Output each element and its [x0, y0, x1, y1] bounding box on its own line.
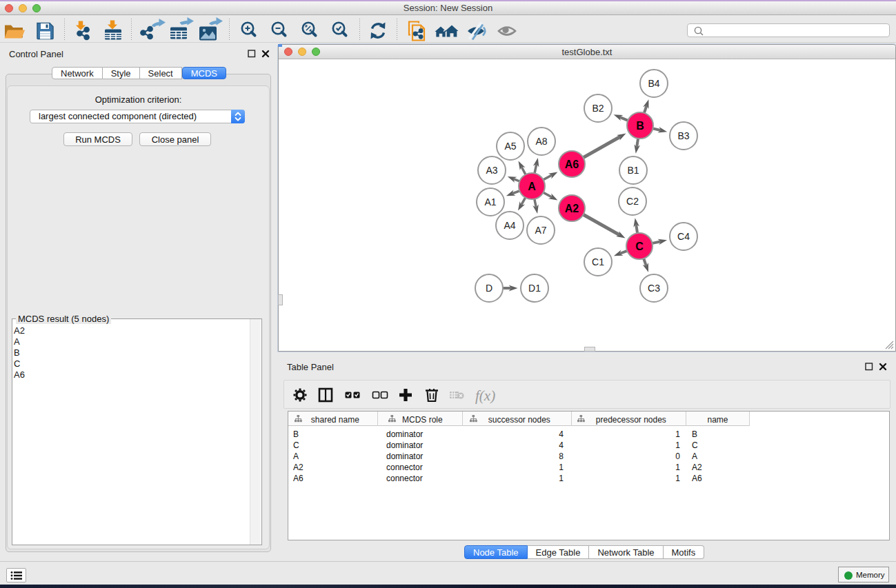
svg-text:B: B [636, 120, 644, 132]
svg-text:B3: B3 [677, 130, 689, 141]
svg-text:B2: B2 [592, 103, 604, 114]
svg-text:C1: C1 [592, 256, 604, 267]
svg-text:A4: A4 [504, 220, 515, 231]
svg-text:C2: C2 [626, 196, 639, 207]
svg-text:A3: A3 [486, 165, 497, 176]
svg-text:A6: A6 [565, 159, 579, 170]
svg-text:A2: A2 [565, 203, 579, 214]
svg-text:B1: B1 [627, 165, 639, 176]
svg-text:C4: C4 [677, 231, 690, 242]
svg-text:C: C [635, 241, 644, 252]
svg-text:A8: A8 [535, 136, 547, 147]
svg-text:C3: C3 [648, 283, 660, 294]
svg-text:A: A [528, 181, 536, 192]
svg-text:D: D [486, 283, 492, 294]
svg-text:D1: D1 [528, 283, 541, 294]
svg-text:A5: A5 [504, 141, 516, 152]
svg-text:A7: A7 [535, 225, 546, 236]
svg-text:B4: B4 [648, 78, 659, 89]
svg-text:A1: A1 [484, 196, 496, 207]
svg-text:f(x): f(x) [475, 387, 495, 404]
